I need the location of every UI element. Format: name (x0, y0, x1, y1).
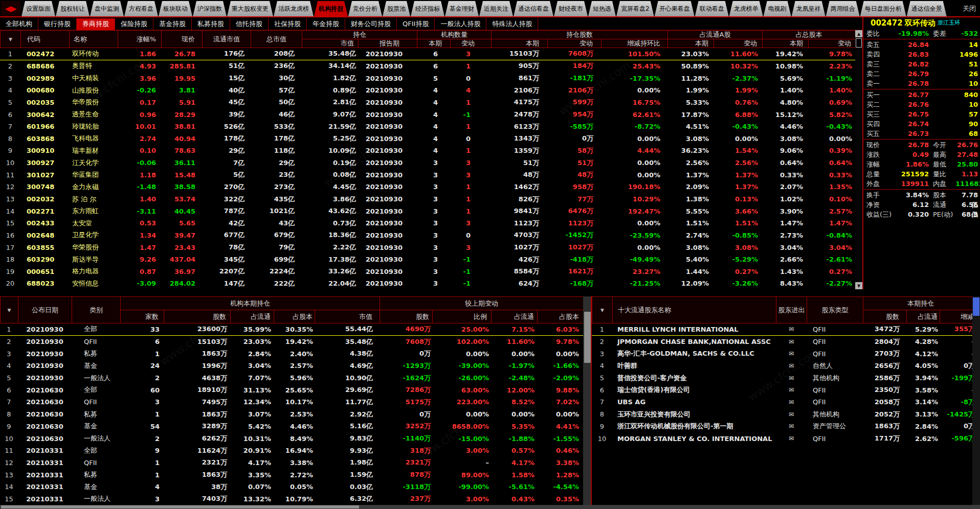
holding-row[interactable]: 820210630私募11863万3.07%2.53%2.92亿0万0.00%0… (0, 408, 583, 421)
column-header-type[interactable]: 股东类型 (807, 297, 863, 323)
stock-row[interactable]: 5002035华帝股份0.175.9145亿50亿2.81亿2021093041… (0, 97, 855, 109)
stock-row[interactable]: 19000651格力电器0.8736.972207亿2224亿33.26亿202… (0, 266, 855, 278)
column-header-ratio[interactable]: 增减持环比 (602, 39, 668, 48)
holding-row[interactable]: 320210930私募11863万2.84%2.40%4.38亿0万0.00%0… (0, 348, 583, 360)
column-header-fpct[interactable]: 占流通 (907, 310, 940, 323)
column-header-g_cur[interactable]: 本期持仓 (863, 297, 978, 310)
stock-row[interactable]: 18603290斯达半导9.26437.04345亿699亿17.38亿2021… (0, 253, 855, 266)
column-header-price[interactable]: 现价 (162, 31, 203, 48)
mail-icon[interactable]: ✉ (789, 435, 794, 442)
tab-银行持股[interactable]: 银行持股 (38, 18, 77, 30)
stock-row[interactable]: 17603855华荣股份1.4723.4378亿79亿2.22亿20210930… (0, 241, 855, 253)
column-header-tcap[interactable]: 总市值 (251, 31, 302, 48)
column-header-name[interactable]: 名称 (70, 31, 118, 48)
menu-tab-18[interactable]: 开心果看盘 (655, 1, 695, 16)
column-header-g_inst[interactable]: 机构数量 (417, 31, 492, 39)
holding-row[interactable]: 1220210331QFII12321万4.17%3.38%1.98亿2321万… (0, 457, 583, 469)
column-header-g_cur[interactable]: 机构本期持仓 (121, 297, 380, 310)
filter-cell[interactable]: ▼ (1, 31, 21, 48)
menu-tab-20[interactable]: 龙虎榜单 (729, 1, 763, 16)
menu-tab-24[interactable]: 每日盘面分析 (860, 1, 906, 16)
column-header-cur[interactable]: 本期 (492, 39, 548, 48)
tab-保险持股[interactable]: 保险持股 (115, 18, 153, 30)
holding-row[interactable]: 1020210630一般法人26262万10.31%8.49%9.83亿-114… (0, 432, 583, 445)
mail-icon[interactable]: ✉ (789, 326, 794, 333)
shareholder-row[interactable]: 5普信投资公司-客户资金✉其他机构2586万3.94%-199万 (592, 372, 978, 384)
menu-tab-0[interactable]: 设置版面 (21, 1, 55, 16)
shareholder-row[interactable]: 3高华-汇丰-GOLDMAN, SACHS & CO.LLC✉QFII2703万… (592, 348, 978, 360)
menu-tab-14[interactable]: 通达信看盘 (514, 1, 553, 16)
column-header-fpct[interactable]: 占流通 (231, 310, 274, 323)
column-header-cur[interactable]: 本期 (417, 39, 451, 48)
menu-tab-5[interactable]: 沪深指数 (193, 1, 227, 16)
column-header-inout[interactable]: 股东进出 (776, 297, 807, 323)
column-header-g_float[interactable]: 占流通A股 (668, 31, 763, 39)
column-header-chg[interactable]: 变动 (714, 39, 763, 48)
column-header-g_hold[interactable]: 持仓 (302, 31, 417, 39)
stock-row[interactable]: 8603868飞科电器2.7440.94178亿178亿5.25亿2021093… (0, 132, 855, 145)
menu-tab-1[interactable]: 股权转让 (56, 1, 90, 16)
column-header-fpct[interactable]: 占流通 (492, 310, 538, 323)
column-header-mval[interactable]: 市值 (315, 310, 380, 323)
menu-tab-22[interactable]: 龙凰呈祥 (792, 1, 826, 16)
stock-row[interactable]: 14002271东方雨虹-3.1140.45787亿1021亿43.62亿202… (0, 205, 855, 217)
holding-row[interactable]: 1320210331私募11863万3.35%2.72%1.59亿878万89.… (0, 469, 583, 481)
column-header-g_shares[interactable]: 持仓股数 (492, 31, 668, 39)
app-logo-icon[interactable]: ◀▶ (1, 1, 20, 16)
column-header-name[interactable]: 十大流通股东名称 (613, 297, 776, 323)
tab-年金持股[interactable]: 年金持股 (307, 18, 345, 30)
menu-tab-17[interactable]: 宽屏看盘2 (616, 1, 654, 16)
column-header-g_total[interactable]: 占总股本 (763, 31, 856, 39)
stock-row[interactable]: 4000680山推股份-0.263.8140亿57亿0.89亿202109304… (0, 84, 855, 97)
stock-row[interactable]: 10300927江天化学-0.0636.117亿29亿0.19亿20210930… (0, 157, 855, 169)
stock-row[interactable]: 20688023安恒信息-3.09284.02147亿222亿22.04亿202… (0, 277, 855, 290)
menu-tab-3[interactable]: 方程看盘 (124, 1, 158, 16)
stock-row[interactable]: 12300748金力永磁-1.4838.58270亿273亿4.45亿20210… (0, 181, 855, 193)
scrollbar-thumb[interactable] (1, 505, 359, 508)
stock-row[interactable]: 7601966玲珑轮胎10.0138.81526亿533亿21.59亿20210… (0, 121, 855, 133)
shareholder-row[interactable]: 2JPMORGAN CHASE BANK,NATIONAL ASSC✉QFII2… (592, 336, 978, 348)
menu-tab-13[interactable]: 近期关注 (479, 1, 513, 16)
column-header-chg[interactable]: 变动 (548, 39, 602, 48)
mail-icon[interactable]: ✉ (789, 386, 794, 394)
holding-row[interactable]: 720210630QFII37495万12.34%10.17%11.77亿517… (0, 396, 583, 408)
menu-tab-23[interactable]: 两用组合 (826, 1, 860, 16)
close-button[interactable]: 关闭 (963, 4, 976, 13)
shareholder-row[interactable]: 8玉环市亚兴投资有限公司✉其他机构2052万3.13%-1425万 (592, 408, 978, 421)
mail-icon[interactable]: ✉ (789, 338, 794, 345)
stock-row[interactable]: 2688686奥普特4.93285.8151亿236亿34.14亿2021093… (0, 60, 855, 73)
column-header-report[interactable]: 报告期 (359, 39, 417, 48)
column-header-type[interactable]: 类别 (72, 297, 121, 323)
shareholder-row[interactable]: 7UBS AG✉QFII2058万3.14%-8万 (592, 396, 978, 408)
column-header-cur[interactable]: 本期 (668, 39, 714, 48)
menu-tab-25[interactable]: 通达信全景 (907, 1, 947, 16)
holding-row[interactable]: 620210630全部6018910万31.13%25.65%29.69亿728… (0, 384, 583, 396)
scrollbar-thumb[interactable] (973, 297, 979, 316)
stock-row[interactable]: 15002433太安堂0.535.6542亿43亿0.73亿2021093033… (0, 217, 855, 229)
stock-row[interactable]: 11301027华蓝集团1.1815.485亿23亿0.08亿202109303… (0, 169, 855, 181)
horizontal-scrollbar[interactable] (0, 505, 980, 509)
column-header-ratio[interactable]: 比例 (433, 310, 492, 323)
shareholders-table-scrollbar[interactable] (972, 296, 980, 505)
column-header-cur[interactable]: 本期 (763, 39, 809, 48)
holding-row[interactable]: 920210630基金543289万5.42%4.46%5.16亿3252万86… (0, 421, 583, 433)
column-header-g_chg[interactable]: 较上期变动 (380, 297, 584, 310)
filter-cell[interactable]: ▼ (1, 297, 18, 323)
stock-row[interactable]: 9300910瑞丰新材0.1078.6329亿118亿10.09亿2021093… (0, 145, 855, 157)
tab-基金持股[interactable]: 基金持股 (153, 18, 192, 30)
menu-tab-19[interactable]: 联动看盘 (695, 1, 729, 16)
stock-row[interactable]: 13002032苏 泊 尔1.4053.74322亿435亿3.86亿20210… (0, 193, 855, 205)
holding-row[interactable]: 1120210331全部911624万20.91%16.94%9.93亿318万… (0, 445, 583, 457)
tab-QFII持股[interactable]: QFII持股 (397, 18, 435, 30)
stock-row[interactable]: 6300642透景生命0.9628.2939亿46亿9.07亿202109304… (0, 108, 855, 121)
column-header-spct[interactable]: 占股本 (274, 310, 315, 323)
tab-特殊法人持股[interactable]: 特殊法人持股 (486, 18, 538, 30)
scroll-up-icon[interactable]: ▲ (855, 30, 862, 37)
tab-社保持股[interactable]: 社保持股 (269, 18, 307, 30)
column-header-chg[interactable]: 变动 (451, 39, 492, 48)
mail-icon[interactable]: ✉ (789, 411, 794, 418)
menu-tab-11[interactable]: 经济指标 (411, 1, 444, 16)
holding-row[interactable]: 1420210331基金438万0.07%0.05%0.03亿-3118万-99… (0, 481, 583, 493)
menu-tab-15[interactable]: 财经夜市 (554, 1, 588, 16)
shareholder-row[interactable]: 6瑞士信贷(香港)有限公司✉QFII2350万3.58%– (592, 384, 978, 396)
